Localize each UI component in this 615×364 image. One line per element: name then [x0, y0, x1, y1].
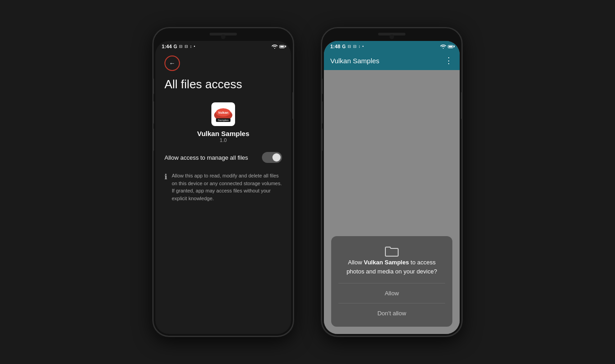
phone-1: 1:44 G ⊟ ⊟ ↕ • ←	[153, 27, 294, 337]
info-description: Allow this app to read, modify and delet…	[172, 172, 282, 202]
phone-1-screen: 1:44 G ⊟ ⊟ ↕ • ←	[155, 41, 291, 334]
wifi-icon-2	[440, 44, 446, 49]
app-name: Vulkan Samples	[197, 130, 250, 137]
power-button-2	[461, 92, 462, 119]
toggle-row: Allow access to manage all files	[164, 152, 282, 163]
power-button-1	[292, 92, 294, 119]
wifi-icon-1	[272, 44, 278, 49]
status-icon-sim1: ⊟	[179, 44, 183, 49]
status-time-1: 1:44	[162, 44, 172, 49]
phone-camera-2	[390, 35, 394, 39]
volume-down-button-2	[321, 128, 323, 151]
info-section: ℹ Allow this app to read, modify and del…	[164, 172, 282, 202]
dialog-text-before: Allow	[348, 259, 364, 266]
app-icon-vulkan: Vulkan Vulkan Samples	[211, 102, 235, 126]
status-icon-sim4: ⊟	[353, 44, 357, 49]
phone-1-content: ← All files access Vulkan Vulkan Samples…	[155, 51, 291, 334]
status-bar-2: 1:48 G ⊟ ⊟ ↕ •	[324, 41, 460, 51]
appbar-title: Vulkan Samples	[330, 57, 379, 65]
phone-camera-1	[221, 35, 226, 39]
overflow-menu-icon[interactable]: ⋮	[445, 56, 453, 66]
status-icon-dot2: •	[362, 44, 364, 49]
volume-silent-button-1	[153, 78, 154, 94]
phone-2-screen: 1:48 G ⊟ ⊟ ↕ • Vulkan Samples ⋮	[324, 41, 460, 334]
permission-dialog: Allow Vulkan Samples to access photos an…	[331, 236, 452, 327]
volume-up-button-2	[321, 101, 323, 124]
svg-text:Vulkan: Vulkan	[218, 111, 229, 114]
page-title: All files access	[164, 77, 282, 91]
dialog-message: Allow Vulkan Samples to access photos an…	[338, 258, 445, 276]
google-g-icon-1: G	[174, 44, 177, 49]
all-files-toggle[interactable]	[262, 152, 282, 163]
status-icons-right-2	[440, 44, 453, 49]
dialog-app-name: Vulkan Samples	[364, 259, 409, 266]
deny-button[interactable]: Don't allow	[338, 303, 445, 323]
status-icon-cast: ↕	[190, 44, 192, 49]
info-icon: ℹ	[164, 172, 167, 202]
svg-text:Samples: Samples	[218, 119, 228, 121]
app-version: 1.0	[220, 137, 226, 143]
volume-down-button-1	[153, 128, 154, 151]
volume-silent-button-2	[321, 78, 323, 94]
app-info: Vulkan Vulkan Samples Vulkan Samples 1.0	[164, 102, 282, 143]
folder-icon	[384, 245, 399, 258]
status-icon-cast2: ↕	[359, 44, 361, 49]
status-icon-dot: •	[194, 44, 195, 49]
back-arrow-icon: ←	[169, 60, 175, 67]
battery-icon-1	[279, 45, 285, 48]
google-g-icon-2: G	[342, 44, 346, 49]
toggle-label: Allow access to manage all files	[164, 154, 262, 161]
phone-2-body: Allow Vulkan Samples to access photos an…	[324, 70, 460, 334]
volume-up-button-1	[153, 101, 154, 124]
phone-2: 1:48 G ⊟ ⊟ ↕ • Vulkan Samples ⋮	[321, 27, 462, 337]
allow-button[interactable]: Allow	[338, 283, 445, 303]
back-button[interactable]: ←	[164, 56, 180, 71]
status-icon-sim3: ⊟	[348, 44, 351, 49]
status-icon-sim2: ⊟	[184, 44, 188, 49]
status-time-2: 1:48	[330, 44, 340, 49]
status-bar-1: 1:44 G ⊟ ⊟ ↕ •	[155, 41, 291, 51]
battery-icon-2	[448, 45, 453, 48]
status-icons-right-1	[272, 44, 285, 49]
app-bar: Vulkan Samples ⋮	[324, 51, 460, 70]
